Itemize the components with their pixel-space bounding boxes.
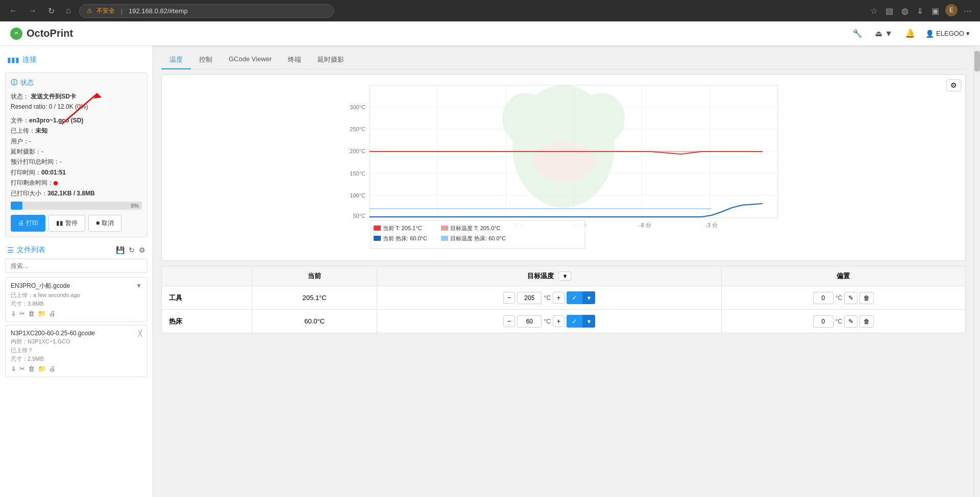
octoprint-toolbar: OctoPrint 🔧 ⏏ ▼ 🔔 👤 ELEGOO ▾ xyxy=(0,21,980,46)
browser-apps-icon[interactable]: ▣ xyxy=(929,4,941,18)
file-search-input[interactable] xyxy=(5,259,148,273)
hotbed-current-cell: 60.0°C xyxy=(252,310,377,333)
tool-offset-unit: °C xyxy=(836,294,842,302)
pause-icon: ▮▮ xyxy=(56,219,63,227)
notification-button[interactable]: 🔔 xyxy=(903,27,917,40)
browser-history-icon[interactable]: ◍ xyxy=(899,4,911,18)
progress-bar-container: 9% xyxy=(11,202,142,210)
user-icon: 👤 xyxy=(925,30,934,38)
file-item-1-delete[interactable]: ╳ xyxy=(138,330,142,337)
connect-section-header[interactable]: ▮▮▮ 连接 xyxy=(5,51,148,68)
hotbed-confirm-button[interactable]: ✓ xyxy=(567,315,582,328)
tool-target-minus-button[interactable]: − xyxy=(503,292,516,304)
status-icon: ⓘ xyxy=(11,78,17,87)
filelist-refresh-icon[interactable]: ↻ xyxy=(129,246,135,254)
svg-point-9 xyxy=(533,141,594,182)
settings-button[interactable]: 🔧 xyxy=(850,27,865,40)
hotbed-offset-delete-button[interactable]: 🗑 xyxy=(860,315,874,328)
address-bar[interactable]: ⚠ 不安全 | 192.168.0.82/#temp xyxy=(79,4,334,18)
back-button[interactable]: ← xyxy=(6,4,20,17)
tab-gcode-viewer[interactable]: GCode Viewer xyxy=(220,51,280,69)
hotbed-offset-input[interactable] xyxy=(813,315,834,328)
browser-menu-icon[interactable]: ⋯ xyxy=(962,4,974,18)
filelist-label: 文件列表 xyxy=(17,245,45,255)
timelapse-row: 延时摄影：- xyxy=(11,146,142,157)
svg-text:当前 T: 205.1°C: 当前 T: 205.1°C xyxy=(383,225,422,231)
refresh-button[interactable]: ↻ xyxy=(45,4,58,18)
file-1-print-icon[interactable]: 🖨 xyxy=(49,365,56,372)
file-delete-icon[interactable]: 🗑 xyxy=(28,310,35,317)
hotbed-target-plus-button[interactable]: + xyxy=(553,315,565,327)
file-download-icon[interactable]: ⇓ xyxy=(11,310,16,317)
print-time-row: 打印时间：00:01:51 xyxy=(11,167,142,178)
chart-settings-button[interactable]: ⚙ xyxy=(946,79,961,91)
file-item-1-meta-internal: 内部：N3P1XC~1.GCO xyxy=(11,338,142,345)
forward-button[interactable]: → xyxy=(26,4,40,17)
tab-temperature[interactable]: 温度 xyxy=(161,51,191,69)
svg-text:250°C: 250°C xyxy=(350,126,365,132)
power-button[interactable]: ⏏ ▼ xyxy=(873,27,895,40)
tab-timelapse[interactable]: 延时摄影 xyxy=(309,51,352,69)
filelist-title[interactable]: ☰ 文件列表 xyxy=(7,245,113,255)
tool-offset-input[interactable] xyxy=(813,292,834,304)
filelist-settings-icon[interactable]: ⚙ xyxy=(139,246,145,254)
svg-text:当前 热床: 60.0°C: 当前 热床: 60.0°C xyxy=(383,235,427,241)
file-1-scissors-icon[interactable]: ✂ xyxy=(19,365,25,372)
security-warning-icon: ⚠ xyxy=(87,7,92,14)
remaining-dot xyxy=(54,181,58,185)
tool-target-input[interactable] xyxy=(517,292,542,304)
file-folder-icon[interactable]: 📁 xyxy=(38,310,46,317)
browser-star-icon[interactable]: ☆ xyxy=(868,4,879,18)
hotbed-target-input[interactable] xyxy=(517,315,542,328)
print-button[interactable]: 🖨 打印 xyxy=(11,215,45,232)
svg-text:目标温度 T: 205.0°C: 目标温度 T: 205.0°C xyxy=(450,225,501,231)
file-1-download-icon[interactable]: ⇓ xyxy=(11,365,16,372)
home-button[interactable]: ⌂ xyxy=(63,4,74,17)
cancel-button[interactable]: ■ 取消 xyxy=(88,215,121,232)
temp-table-header: 当前 目标温度 ▼ 偏置 xyxy=(162,266,966,286)
tool-confirm-dropdown-button[interactable]: ▼ xyxy=(582,291,595,304)
file-item-1-header: N3P1XC200-60-0.25-60.gcode ╳ xyxy=(11,330,142,337)
pause-button[interactable]: ▮▮ 暂停 xyxy=(48,215,85,232)
tab-terminal[interactable]: 终端 xyxy=(280,51,309,69)
svg-text:200°C: 200°C xyxy=(350,148,365,154)
progress-label: 9% xyxy=(131,202,139,210)
file-scissors-icon[interactable]: ✂ xyxy=(19,310,25,317)
tool-confirm-button[interactable]: ✓ xyxy=(567,291,582,304)
file-item-1-meta-uploaded: 已上传？ xyxy=(11,346,142,354)
file-1-delete-icon[interactable]: 🗑 xyxy=(28,365,35,372)
page-scrollbar-thumb[interactable] xyxy=(974,51,980,71)
file-item-0-expand[interactable]: ▼ xyxy=(136,282,142,289)
filelist-sd-icon[interactable]: 💾 xyxy=(116,246,125,254)
file-1-folder-icon[interactable]: 📁 xyxy=(38,365,46,372)
hotbed-row: 热床 60.0°C − °C + ✓ ▼ xyxy=(162,310,966,333)
hotbed-confirm-dropdown-button[interactable]: ▼ xyxy=(582,315,595,328)
tab-control[interactable]: 控制 xyxy=(191,51,220,69)
tabs-bar: 温度 控制 GCode Viewer 终端 延时摄影 xyxy=(161,51,966,69)
octoprint-logo: OctoPrint xyxy=(10,28,73,40)
browser-download-icon[interactable]: ⇓ xyxy=(915,4,925,18)
svg-text:-3 分: -3 分 xyxy=(705,222,718,228)
target-dropdown-button[interactable]: ▼ xyxy=(558,271,571,281)
file-item-1-name: N3P1XC200-60-0.25-60.gcode xyxy=(11,330,95,337)
browser-profile-icon[interactable]: E xyxy=(945,4,958,16)
hotbed-target-minus-button[interactable]: − xyxy=(503,315,516,327)
filelist-actions: 💾 ↻ ⚙ xyxy=(116,246,145,254)
browser-extension-icon[interactable]: ▤ xyxy=(884,4,895,18)
connect-label: 连接 xyxy=(22,55,37,64)
page-scrollbar[interactable] xyxy=(974,46,980,497)
tool-offset-edit-button[interactable]: ✎ xyxy=(844,292,857,304)
tool-offset-delete-button[interactable]: 🗑 xyxy=(860,292,874,304)
tool-target-plus-button[interactable]: + xyxy=(553,292,565,304)
svg-text:300°C: 300°C xyxy=(350,104,365,110)
user-menu[interactable]: 👤 ELEGOO ▾ xyxy=(925,30,970,38)
right-panel: 温度 控制 GCode Viewer 终端 延时摄影 ⚙ xyxy=(153,46,974,497)
svg-text:-8 分: -8 分 xyxy=(639,222,651,228)
logo-circle xyxy=(10,28,22,40)
file-item-0-meta-size: 尺寸：3.8MB xyxy=(11,300,142,308)
file-print-icon[interactable]: 🖨 xyxy=(49,310,56,317)
sidebar: ▮▮▮ 连接 ⓘ 状态 状态： 发送文件到SD卡 Resend ratio: 0… xyxy=(0,46,153,497)
tool-target-input-group: − °C + ✓ ▼ xyxy=(384,291,714,304)
hotbed-offset-edit-button[interactable]: ✎ xyxy=(844,315,857,328)
file-item-0-name: EN3PRO_小船.gcode xyxy=(11,282,70,290)
